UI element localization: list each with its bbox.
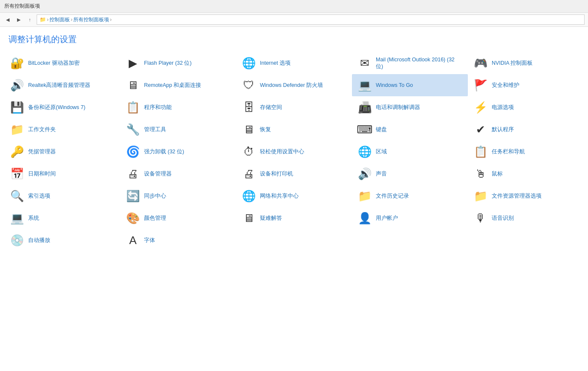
- power-label: 电源选项: [492, 104, 514, 111]
- control-item-devmgr[interactable]: 🖨设备管理器: [120, 163, 236, 185]
- path-control-panel[interactable]: 控制面板: [49, 16, 70, 23]
- back-button[interactable]: ◀: [3, 15, 12, 24]
- programs-label: 程序和功能: [144, 104, 172, 111]
- sync-label: 同步中心: [144, 193, 166, 199]
- recovery-label: 恢复: [260, 126, 271, 133]
- defender-icon: 🛡: [241, 78, 257, 93]
- color-icon: 🎨: [125, 210, 141, 226]
- font-label: 字体: [144, 237, 155, 244]
- up-button[interactable]: ↑: [26, 15, 34, 24]
- indexing-label: 索引选项: [28, 193, 50, 199]
- recovery-icon: 🖥: [241, 122, 257, 137]
- control-item-flash[interactable]: ▶Flash Player (32 位): [120, 52, 236, 74]
- nvidia-icon: 🎮: [473, 55, 488, 71]
- network-icon: 🌐: [241, 188, 257, 204]
- control-item-mail[interactable]: ✉Mail (Microsoft Outlook 2016) (32 位): [352, 52, 468, 74]
- font-icon: A: [125, 233, 141, 248]
- control-item-speech[interactable]: 🎙语音识别: [468, 207, 584, 229]
- keyboard-label: 键盘: [376, 126, 387, 133]
- control-item-font[interactable]: A字体: [120, 229, 236, 251]
- control-item-system[interactable]: 💻系统: [4, 207, 120, 229]
- region-icon: 🌐: [357, 144, 372, 159]
- security-icon: 🚩: [473, 78, 488, 93]
- realtek-icon: 🔊: [9, 78, 25, 93]
- control-item-sync[interactable]: 🔄同步中心: [120, 185, 236, 207]
- control-item-windowstogo[interactable]: 💻Windows To Go: [352, 74, 468, 96]
- control-item-sound[interactable]: 🔊声音: [352, 163, 468, 185]
- ease-icon: ⏱: [241, 144, 257, 159]
- programs-icon: 📋: [125, 100, 141, 115]
- page-heading: 调整计算机的设置: [0, 27, 588, 49]
- useraccount-label: 用户帐户: [376, 215, 398, 221]
- control-item-bitlocker[interactable]: 🔐BitLocker 驱动器加密: [4, 52, 120, 74]
- color-label: 颜色管理: [144, 215, 166, 221]
- speech-icon: 🎙: [473, 210, 488, 226]
- devprinter-icon: 🖨: [241, 166, 257, 181]
- control-item-nvidia[interactable]: 🎮NVIDIA 控制面板: [468, 52, 584, 74]
- indexing-icon: 🔍: [9, 188, 25, 204]
- filehistory-icon: 📁: [357, 188, 372, 204]
- control-item-recovery[interactable]: 🖥恢复: [236, 118, 352, 141]
- system-label: 系统: [28, 215, 39, 221]
- control-item-internet-options[interactable]: 🌐Internet 选项: [236, 52, 352, 74]
- control-item-power[interactable]: ⚡电源选项: [468, 96, 584, 118]
- control-item-autoplay[interactable]: 💿自动播放: [4, 229, 120, 251]
- phone-icon: 📠: [357, 100, 372, 115]
- control-item-datetime[interactable]: 📅日期和时间: [4, 163, 120, 185]
- datetime-icon: 📅: [9, 166, 25, 181]
- path-all-items[interactable]: 所有控制面板项: [73, 16, 109, 23]
- path-icon: 📁: [40, 17, 46, 23]
- flash-label: Flash Player (32 位): [144, 60, 192, 66]
- control-item-useraccount[interactable]: 👤用户帐户: [352, 207, 468, 229]
- sync-icon: 🔄: [125, 188, 141, 204]
- control-item-programs[interactable]: 📋程序和功能: [120, 96, 236, 118]
- control-item-backup[interactable]: 💾备份和还原(Windows 7): [4, 96, 120, 118]
- control-item-troubleshoot[interactable]: 🖥疑难解答: [236, 207, 352, 229]
- control-item-network[interactable]: 🌐网络和共享中心: [236, 185, 352, 207]
- control-item-ease[interactable]: ⏱轻松使用设置中心: [236, 141, 352, 163]
- devprinter-label: 设备和打印机: [260, 170, 293, 177]
- control-item-color[interactable]: 🎨颜色管理: [120, 207, 236, 229]
- remoteapp-icon: 🖥: [125, 78, 141, 93]
- power-icon: ⚡: [473, 100, 488, 115]
- control-item-indexing[interactable]: 🔍索引选项: [4, 185, 120, 207]
- control-item-realtek[interactable]: 🔊Realtek高清晰音频管理器: [4, 74, 120, 96]
- control-item-workfolder[interactable]: 📁工作文件夹: [4, 118, 120, 141]
- uninstall-icon: 🌀: [125, 144, 141, 159]
- nvidia-label: NVIDIA 控制面板: [492, 60, 533, 66]
- realtek-label: Realtek高清晰音频管理器: [28, 82, 90, 89]
- control-item-uninstall[interactable]: 🌀强力卸载 (32 位): [120, 141, 236, 163]
- title-text: 所有控制面板项: [4, 3, 40, 9]
- control-item-region[interactable]: 🌐区域: [352, 141, 468, 163]
- control-item-taskbar[interactable]: 📋任务栏和导航: [468, 141, 584, 163]
- devmgr-label: 设备管理器: [144, 170, 172, 177]
- control-item-devprinter[interactable]: 🖨设备和打印机: [236, 163, 352, 185]
- control-item-security[interactable]: 🚩安全和维护: [468, 74, 584, 96]
- control-item-remoteapp[interactable]: 🖥RemoteApp 和桌面连接: [120, 74, 236, 96]
- control-item-fileexplorer[interactable]: 📁文件资源管理器选项: [468, 185, 584, 207]
- fileexplorer-label: 文件资源管理器选项: [492, 193, 542, 199]
- windowstogo-icon: 💻: [357, 78, 372, 93]
- control-item-phone[interactable]: 📠电话和调制解调器: [352, 96, 468, 118]
- uninstall-label: 强力卸载 (32 位): [144, 148, 184, 155]
- default-programs-label: 默认程序: [492, 126, 514, 133]
- system-icon: 💻: [9, 210, 25, 226]
- forward-button[interactable]: ▶: [14, 15, 23, 24]
- taskbar-icon: 📋: [473, 144, 488, 159]
- backup-icon: 💾: [9, 100, 25, 115]
- credentials-icon: 🔑: [9, 144, 25, 159]
- control-item-keyboard[interactable]: ⌨键盘: [352, 118, 468, 141]
- control-item-admin[interactable]: 🔧管理工具: [120, 118, 236, 141]
- control-item-defender[interactable]: 🛡Windows Defender 防火墙: [236, 74, 352, 96]
- backup-label: 备份和还原(Windows 7): [28, 104, 85, 111]
- address-path: 📁 › 控制面板 › 所有控制面板项 ›: [37, 14, 585, 25]
- control-item-storage[interactable]: 🗄存储空间: [236, 96, 352, 118]
- bitlocker-label: BitLocker 驱动器加密: [28, 60, 80, 66]
- control-item-filehistory[interactable]: 📁文件历史记录: [352, 185, 468, 207]
- control-item-credentials[interactable]: 🔑凭据管理器: [4, 141, 120, 163]
- phone-label: 电话和调制解调器: [376, 104, 420, 111]
- address-bar: ◀ ▶ ↑ 📁 › 控制面板 › 所有控制面板项 ›: [0, 13, 588, 27]
- windowstogo-label: Windows To Go: [376, 82, 413, 89]
- control-item-default-programs[interactable]: ✔默认程序: [468, 118, 584, 141]
- control-item-mouse[interactable]: 🖱鼠标: [468, 163, 584, 185]
